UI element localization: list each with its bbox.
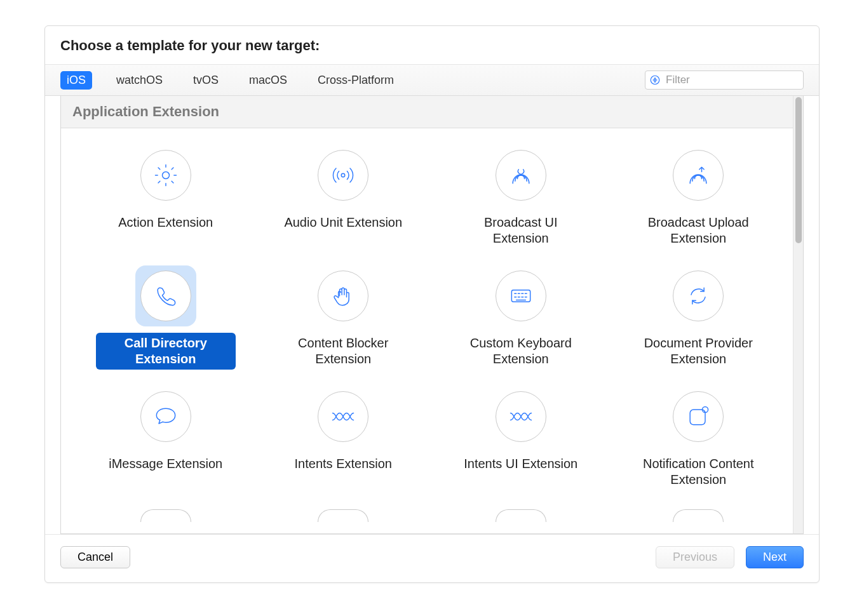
template-label: Notification Content Extension xyxy=(628,453,768,490)
template-label: Call Directory Extension xyxy=(96,333,236,370)
template-label: Document Provider Extension xyxy=(628,333,768,370)
template-action-extension[interactable]: Action Extension xyxy=(80,141,252,255)
tab-ios[interactable]: iOS xyxy=(60,71,92,90)
template-document-provider-extension[interactable]: Document Provider Extension xyxy=(613,262,785,376)
template-call-directory-extension[interactable]: Call Directory Extension xyxy=(80,262,252,376)
template-scroll: Application Extension Action ExtensionAu… xyxy=(60,96,804,534)
tab-watchos[interactable]: watchOS xyxy=(110,71,169,90)
broadcast-icon xyxy=(496,150,546,201)
intents-icon xyxy=(318,391,368,442)
cancel-button[interactable]: Cancel xyxy=(60,546,130,568)
tab-macos[interactable]: macOS xyxy=(243,71,294,90)
tab-crossplatform[interactable]: Cross-Platform xyxy=(311,71,400,90)
intents-icon xyxy=(496,391,546,442)
template-intents-ui-extension[interactable]: Intents UI Extension xyxy=(435,382,607,497)
platform-tabs: iOSwatchOStvOSmacOSCross-Platform xyxy=(60,71,400,90)
gear-icon-wrap xyxy=(135,145,196,206)
broadcast-icon-wrap xyxy=(490,145,551,206)
svg-point-1 xyxy=(162,172,169,179)
template-imessage-extension[interactable]: iMessage Extension xyxy=(80,382,252,497)
section-header: Application Extension xyxy=(61,96,803,128)
filter-icon xyxy=(649,74,661,86)
filter-field[interactable] xyxy=(645,70,804,90)
intents-icon-wrap xyxy=(490,386,551,447)
audio-icon xyxy=(318,150,368,201)
notif-icon-wrap xyxy=(668,386,729,447)
next-button[interactable]: Next xyxy=(746,546,804,568)
template-content-blocker-extension[interactable]: Content Blocker Extension xyxy=(258,262,429,376)
scrollbar-thumb[interactable] xyxy=(795,97,802,243)
sheet-title: Choose a template for your new target: xyxy=(45,26,819,64)
template-label: Action Extension xyxy=(112,212,219,233)
footer: Cancel Previous Next xyxy=(45,535,819,582)
template-intents-extension[interactable]: Intents Extension xyxy=(258,382,429,497)
sync-icon-wrap xyxy=(668,265,729,326)
new-target-sheet: Choose a template for your new target: i… xyxy=(44,25,820,583)
keyboard-icon xyxy=(496,271,546,321)
template-label: Intents Extension xyxy=(288,453,398,474)
template-grid: Action ExtensionAudio Unit ExtensionBroa… xyxy=(61,128,803,509)
phone-icon xyxy=(140,271,191,321)
gear-icon xyxy=(140,150,191,201)
sync-icon xyxy=(673,271,724,321)
template-audio-unit-extension[interactable]: Audio Unit Extension xyxy=(258,141,429,255)
partial-next-row xyxy=(61,509,803,528)
template-label: Custom Keyboard Extension xyxy=(451,333,591,370)
phone-icon-wrap xyxy=(135,265,196,326)
bubble-icon xyxy=(140,391,191,442)
intents-icon-wrap xyxy=(313,386,374,447)
broadcastup-icon xyxy=(673,150,724,201)
template-label: Audio Unit Extension xyxy=(278,212,408,233)
broadcastup-icon-wrap xyxy=(668,145,729,206)
template-label: iMessage Extension xyxy=(102,453,229,474)
previous-button[interactable]: Previous xyxy=(656,546,734,568)
template-label: Broadcast Upload Extension xyxy=(628,212,768,249)
svg-point-2 xyxy=(342,173,346,177)
platform-toolbar: iOSwatchOStvOSmacOSCross-Platform xyxy=(45,64,819,96)
audio-icon-wrap xyxy=(313,145,374,206)
template-label: Content Blocker Extension xyxy=(273,333,413,370)
template-broadcast-upload-extension[interactable]: Broadcast Upload Extension xyxy=(613,141,785,255)
template-label: Broadcast UI Extension xyxy=(451,212,591,249)
keyboard-icon-wrap xyxy=(490,265,551,326)
filter-input[interactable] xyxy=(665,73,802,87)
tab-tvos[interactable]: tvOS xyxy=(187,71,225,90)
template-broadcast-ui-extension[interactable]: Broadcast UI Extension xyxy=(435,141,607,255)
template-custom-keyboard-extension[interactable]: Custom Keyboard Extension xyxy=(435,262,607,376)
template-label: Intents UI Extension xyxy=(457,453,584,474)
scrollbar-track[interactable] xyxy=(793,96,803,533)
bubble-icon-wrap xyxy=(135,386,196,447)
hand-icon xyxy=(318,271,368,321)
hand-icon-wrap xyxy=(313,265,374,326)
template-area: Application Extension Action ExtensionAu… xyxy=(45,96,819,535)
notif-icon xyxy=(673,391,724,442)
template-notification-content-extension[interactable]: Notification Content Extension xyxy=(613,382,785,497)
